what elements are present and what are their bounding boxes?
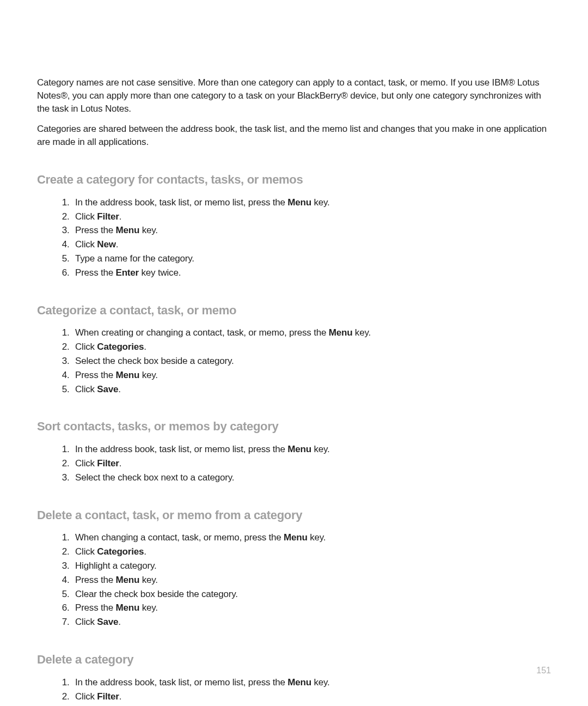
text: In the address book, task list, or memo … bbox=[75, 677, 287, 687]
bold-term: Enter bbox=[116, 267, 139, 278]
section-create-category: Create a category for contacts, tasks, o… bbox=[37, 172, 551, 279]
text: key. bbox=[139, 225, 158, 235]
text: . bbox=[119, 691, 122, 702]
bold-term: New bbox=[97, 239, 115, 249]
step-list: When changing a contact, task, or memo, … bbox=[37, 531, 551, 629]
registered-symbol: ® bbox=[508, 77, 514, 88]
section-categorize: Categorize a contact, task, or memo When… bbox=[37, 302, 551, 396]
document-page: Category names are not case sensitive. M… bbox=[0, 0, 588, 706]
bold-term: Categories bbox=[97, 546, 144, 557]
text: Press the bbox=[75, 602, 116, 613]
step-item: Click Categories. bbox=[72, 545, 551, 558]
text: . bbox=[119, 458, 122, 468]
text: . bbox=[116, 239, 119, 249]
section-heading: Delete a category bbox=[37, 652, 551, 668]
text: key. bbox=[352, 327, 371, 338]
step-item: In the address book, task list, or memo … bbox=[72, 676, 551, 689]
step-item: Click New. bbox=[72, 238, 551, 251]
text: key twice. bbox=[139, 267, 181, 278]
step-list: In the address book, task list, or memo … bbox=[37, 443, 551, 484]
step-item: Clear the check box beside the category. bbox=[72, 588, 551, 601]
bold-term: Save bbox=[97, 384, 118, 394]
text: Click bbox=[75, 546, 97, 557]
bold-term: Filter bbox=[97, 691, 119, 702]
step-item: Type a name for the category. bbox=[72, 252, 551, 265]
step-item: When changing a contact, task, or memo, … bbox=[72, 531, 551, 544]
text: Press the bbox=[75, 267, 116, 278]
text: When creating or changing a contact, tas… bbox=[75, 327, 329, 338]
text: Click bbox=[75, 691, 97, 702]
bold-term: Menu bbox=[116, 370, 140, 380]
text: . bbox=[119, 211, 122, 222]
step-item: In the address book, task list, or memo … bbox=[72, 443, 551, 456]
step-list: In the address book, task list, or memo … bbox=[37, 676, 551, 706]
intro-block: Category names are not case sensitive. M… bbox=[37, 76, 551, 149]
step-item: Press the Enter key twice. bbox=[72, 266, 551, 279]
step-list: When creating or changing a contact, tas… bbox=[37, 326, 551, 395]
text: Press the bbox=[75, 225, 116, 235]
text: key. bbox=[308, 532, 326, 543]
step-item: Press the Menu key. bbox=[72, 369, 551, 382]
section-heading: Delete a contact, task, or memo from a c… bbox=[37, 507, 551, 524]
text: In the address book, task list, or memo … bbox=[75, 444, 287, 454]
step-item: Click Filter. bbox=[72, 457, 551, 470]
text: key. bbox=[311, 197, 330, 208]
section-heading: Create a category for contacts, tasks, o… bbox=[37, 172, 551, 188]
bold-term: Filter bbox=[97, 458, 119, 468]
bold-term: Menu bbox=[287, 197, 311, 208]
bold-term: Menu bbox=[329, 327, 353, 338]
intro-paragraph-2: Categories are shared between the addres… bbox=[37, 123, 551, 149]
step-item: Click Save. bbox=[72, 383, 551, 396]
text: Click bbox=[75, 239, 97, 249]
registered-symbol: ® bbox=[341, 90, 347, 101]
text: key. bbox=[139, 575, 158, 585]
step-item: Click Categories. bbox=[72, 340, 551, 354]
intro-paragraph-1: Category names are not case sensitive. M… bbox=[37, 76, 551, 115]
step-item: In the address book, task list, or memo … bbox=[72, 196, 551, 209]
section-heading: Categorize a contact, task, or memo bbox=[37, 302, 551, 319]
step-item: Click Save. bbox=[72, 616, 551, 629]
page-number: 151 bbox=[536, 665, 551, 677]
bold-term: Menu bbox=[116, 575, 140, 585]
step-item: Select the check box beside a category. bbox=[72, 355, 551, 368]
section-delete-category: Delete a category In the address book, t… bbox=[37, 652, 551, 706]
text: Click bbox=[75, 211, 97, 222]
step-item: When creating or changing a contact, tas… bbox=[72, 326, 551, 339]
step-item: Click Filter. bbox=[72, 210, 551, 223]
step-item: Highlight a category. bbox=[72, 559, 551, 573]
step-item: Click Filter. bbox=[72, 690, 551, 703]
bold-term: Filter bbox=[97, 211, 119, 222]
text: Click bbox=[75, 384, 97, 394]
text: key. bbox=[139, 602, 158, 613]
section-heading: Sort contacts, tasks, or memos by catego… bbox=[37, 418, 551, 435]
text: When changing a contact, task, or memo, … bbox=[75, 532, 284, 543]
section-delete-from-category: Delete a contact, task, or memo from a c… bbox=[37, 507, 551, 629]
text: . bbox=[118, 384, 121, 394]
text: Press the bbox=[75, 370, 116, 380]
text: , you can apply more than one category t… bbox=[68, 90, 341, 101]
text: . bbox=[118, 617, 121, 627]
text: Click bbox=[75, 458, 97, 468]
step-item: Press the Menu key. bbox=[72, 224, 551, 237]
registered-symbol: ® bbox=[60, 90, 67, 101]
step-item: Press the Menu key. bbox=[72, 574, 551, 587]
step-item: Highlight a category. bbox=[72, 704, 551, 706]
step-item: Press the Menu key. bbox=[72, 601, 551, 614]
text: In the address book, task list, or memo … bbox=[75, 197, 287, 208]
bold-term: Save bbox=[97, 617, 118, 627]
bold-term: Menu bbox=[287, 444, 311, 454]
bold-term: Categories bbox=[97, 342, 144, 352]
text: . bbox=[144, 546, 146, 557]
text: key. bbox=[139, 370, 158, 380]
section-sort: Sort contacts, tasks, or memos by catego… bbox=[37, 418, 551, 484]
bold-term: Menu bbox=[284, 532, 308, 543]
bold-term: Menu bbox=[116, 225, 140, 235]
text: Click bbox=[75, 342, 97, 352]
step-item: Select the check box next to a category. bbox=[72, 471, 551, 484]
text: Press the bbox=[75, 575, 116, 585]
bold-term: Menu bbox=[287, 677, 311, 687]
text: Click bbox=[75, 617, 97, 627]
text: Category names are not case sensitive. M… bbox=[37, 77, 508, 88]
text: . bbox=[144, 342, 146, 352]
bold-term: Menu bbox=[116, 602, 140, 613]
